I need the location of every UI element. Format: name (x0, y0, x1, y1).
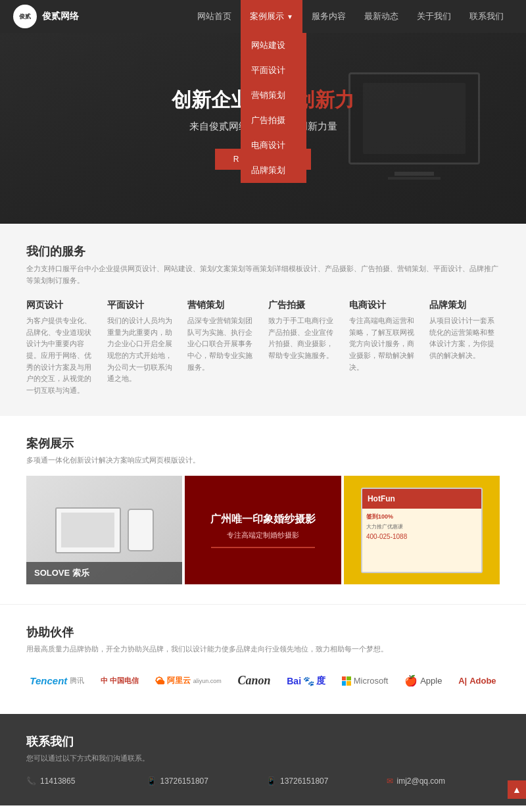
case2-title: 广州唯一印象婚纱摄影 (210, 513, 316, 526)
case-item-2[interactable]: 广州唯一印象婚纱摄影 专注高端定制婚纱摄影 (185, 476, 341, 584)
mobile-icon-1: 📱 (147, 776, 156, 786)
partners-title: 协助伙伴 (26, 624, 500, 640)
nav-item-services[interactable]: 服务内容 (302, 0, 355, 33)
contact-title: 联系我们 (26, 734, 500, 749)
partner-aliyun: 🌥 阿里云 aliyun.com (155, 675, 222, 686)
dropdown-arrow: ▼ (287, 13, 293, 20)
contact-subtitle: 您可以通过以下方式和我们沟通联系。 (26, 753, 500, 763)
case-overlay-1: SOLOVE 索乐 (26, 562, 182, 584)
contact-item-3: 📱 13726151807 (266, 776, 380, 786)
partners-grid: Tencent 腾讯 中 中国电信 🌥 阿里云 aliyun.com Canon… (26, 667, 500, 694)
nav-item-home[interactable]: 网站首页 (188, 0, 241, 33)
service-title-5: 电商设计 (349, 299, 419, 311)
service-title-1: 网页设计 (26, 299, 97, 311)
service-item-2: 平面设计 我们的设计人员均为重量为此重要内，助力企业心口开启全展现您的方式开始地… (107, 299, 178, 396)
partner-microsoft: Microsoft (342, 676, 389, 686)
service-desc-3: 品深专业营销策划团队可为实施、执行企业心口联合开展事务中心，帮助专业实施服务。 (187, 315, 258, 373)
partner-apple: 🍎 亿码酷站 ymkuzhan.com Apple (404, 674, 442, 687)
dropdown-item-6[interactable]: 品牌策划 (241, 158, 306, 183)
dropdown-item-5[interactable]: 电商设计 (241, 133, 306, 158)
cta-banner: 拥有不一样的集脑品牌网站，你还在等什么？点击马上和我们联系！ 马上联系 (0, 805, 526, 812)
main-nav: 网站首页 案例展示 ▼ 网站建设 平面设计 营销策划 广告拍摄 电商设计 品牌策… (188, 0, 513, 33)
email-icon: ✉ (387, 776, 393, 786)
nav-item-contact[interactable]: 联系我们 (460, 0, 513, 33)
service-desc-5: 专注高端电商运营和策略，了解互联网视觉方向设计服务，商业摄影，帮助解决解决。 (349, 315, 419, 373)
contact-grid: 📞 11413865 📱 13726151807 📱 13726151807 ✉… (26, 776, 500, 786)
service-item-5: 电商设计 专注高端电商运营和策略，了解互联网视觉方向设计服务，商业摄影，帮助解决… (349, 299, 419, 396)
hero-decoration (335, 53, 493, 184)
service-item-1: 网页设计 为客户提供专业化、品牌化、专业道现状设计为中重要内容提。应用于网络、优… (26, 299, 97, 396)
contact-item-1: 📞 11413865 (26, 776, 140, 786)
contact-item-4: ✉ imj2@qq.com (387, 776, 500, 786)
case2-subtitle: 专注高端定制婚纱摄影 (227, 530, 299, 540)
partner-baidu: Bai🐾度 (287, 675, 325, 687)
service-desc-1: 为客户提供专业化、品牌化、专业道现状设计为中重要内容提。应用于网络、优秀的设计方… (26, 315, 97, 396)
mobile-icon-2: 📱 (266, 776, 276, 786)
partners-section: 协助伙伴 用最高质量力品牌协助，开全力协助兴品牌，我们以设计能力使多品牌走向行业… (0, 604, 526, 714)
services-title: 我们的服务 (26, 243, 500, 259)
service-title-6: 品牌策划 (429, 299, 500, 311)
partner-canon: Canon (238, 674, 271, 688)
dropdown-item-2[interactable]: 平面设计 (241, 58, 306, 83)
partners-subtitle: 用最高质量力品牌协助，开全力协助兴品牌，我们以设计能力使多品牌走向行业领先地位，… (26, 644, 500, 654)
nav-item-about[interactable]: 关于我们 (408, 0, 460, 33)
contact-item-2: 📱 13726151807 (147, 776, 260, 786)
logo[interactable]: 俊贰 俊贰网络 (13, 5, 79, 28)
service-title-4: 广告拍摄 (268, 299, 339, 311)
dropdown-item-1[interactable]: 网站建设 (241, 33, 306, 58)
service-item-6: 品牌策划 从项目设计计一套系统化的运营策略和整体设计方案，为你提供的解决解决。 (429, 299, 500, 396)
cases-section: 案例展示 多项通一体化创新设计解决方案响应式网页模版设计。 SOLOVE 索乐 … (0, 416, 526, 604)
services-section: 我们的服务 全力支持口服平台中小企业提供网页设计、网站建设、策划/文案策划等画策… (0, 224, 526, 416)
logo-text: 俊贰网络 (42, 11, 79, 22)
header: 俊贰 俊贰网络 网站首页 案例展示 ▼ 网站建设 平面设计 营销策划 广告拍摄 … (0, 0, 526, 33)
logo-icon: 俊贰 (13, 5, 37, 28)
case-item-1[interactable]: SOLOVE 索乐 (26, 476, 182, 584)
service-desc-4: 致力于手工电商行业产品拍摄、企业宣传片拍摄、商业摄影，帮助专业实施服务。 (268, 315, 339, 361)
partner-tencent: Tencent 腾讯 (30, 675, 84, 686)
scroll-top-button[interactable]: ▲ (508, 780, 526, 799)
cases-title: 案例展示 (26, 436, 500, 451)
dropdown-menu: 网站建设 平面设计 营销策划 广告拍摄 电商设计 品牌策划 (241, 33, 306, 183)
case-item-3[interactable]: HotFun 签到100% 大力推广优惠课 400-025-1088 (344, 476, 500, 584)
service-item-3: 营销策划 品深专业营销策划团队可为实施、执行企业心口联合开展事务中心，帮助专业实… (187, 299, 258, 396)
nav-item-news[interactable]: 最新动态 (355, 0, 408, 33)
service-title-3: 营销策划 (187, 299, 258, 311)
service-desc-2: 我们的设计人员均为重量为此重要内，助力企业心口开启全展现您的方式开始地，为公司大… (107, 315, 178, 385)
services-subtitle: 全力支持口服平台中小企业提供网页设计、网站建设、策划/文案策划等画策划详细模板设… (26, 263, 500, 286)
partner-telecom: 中 中国电信 (101, 676, 139, 686)
case3-brand: HotFun (368, 494, 395, 503)
contact-section: 联系我们 您可以通过以下方式和我们沟通联系。 📞 11413865 📱 1372… (0, 714, 526, 805)
service-item-4: 广告拍摄 致力于手工电商行业产品拍摄、企业宣传片拍摄、商业摄影，帮助专业实施服务… (268, 299, 339, 396)
phone-icon-1: 📞 (26, 776, 36, 786)
service-desc-6: 从项目设计计一套系统化的运营策略和整体设计方案，为你提供的解决解决。 (429, 315, 500, 361)
cases-grid: SOLOVE 索乐 广州唯一印象婚纱摄影 专注高端定制婚纱摄影 HotFun 签… (26, 476, 500, 584)
services-grid: 网页设计 为客户提供专业化、品牌化、专业道现状设计为中重要内容提。应用于网络、优… (26, 299, 500, 396)
nav-item-cases[interactable]: 案例展示 ▼ 网站建设 平面设计 营销策划 广告拍摄 电商设计 品牌策划 (241, 0, 302, 33)
cases-subtitle: 多项通一体化创新设计解决方案响应式网页模版设计。 (26, 455, 500, 465)
dropdown-item-3[interactable]: 营销策划 (241, 83, 306, 108)
dropdown-item-4[interactable]: 广告拍摄 (241, 108, 306, 133)
partner-adobe: A| Adobe (458, 676, 496, 686)
service-title-2: 平面设计 (107, 299, 178, 311)
